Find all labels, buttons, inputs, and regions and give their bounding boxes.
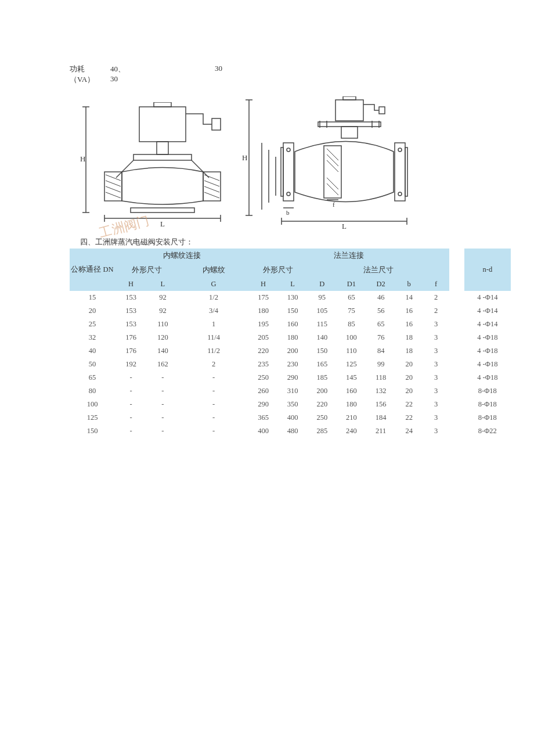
svg-rect-31: [318, 122, 381, 127]
cell-tl: 140: [147, 344, 179, 358]
table-row: 65---2502901851451182034 -Φ18: [70, 371, 511, 384]
cell-tl: -: [147, 384, 179, 398]
cell-nd: 4 -Φ18: [464, 358, 511, 371]
cell-b: 16: [395, 318, 422, 331]
svg-line-8: [192, 160, 209, 178]
cell-nd: 8-Φ18: [464, 398, 511, 411]
cell-d: 285: [308, 424, 337, 438]
cell-d1: 100: [337, 331, 366, 344]
cell-b: 20: [395, 371, 422, 384]
threaded-valve-drawing: H L: [75, 102, 238, 230]
cell-dn: 80: [70, 384, 115, 398]
svg-rect-3: [139, 107, 186, 142]
sub-flange-dim: 法兰尺寸: [308, 263, 450, 278]
cell-f: 3: [423, 331, 449, 344]
cell-g: -: [179, 398, 248, 411]
svg-line-18: [204, 192, 219, 198]
cell-f: 3: [423, 398, 449, 411]
table-row: 100---2903502201801562238-Φ18: [70, 398, 511, 411]
cell-d: 140: [308, 331, 337, 344]
cell-nd: 4 -Φ18: [464, 331, 511, 344]
cell-nd: 4 -Φ14: [464, 318, 511, 331]
sub-outer-1: 外形尺寸: [115, 263, 179, 278]
col-l: L: [147, 278, 179, 291]
cell-d1: 125: [337, 358, 366, 371]
power-consumption-block: 功耗 40、 30 （VA） 30: [70, 64, 499, 85]
cell-d: 115: [308, 318, 337, 331]
svg-line-48: [327, 178, 338, 189]
cell-b: 24: [395, 424, 422, 438]
cell-b: 18: [395, 344, 422, 358]
svg-rect-30: [343, 96, 356, 100]
svg-rect-5: [157, 142, 168, 154]
col-d: D: [308, 278, 337, 291]
cell-d1: 85: [337, 318, 366, 331]
cell-f: 3: [423, 384, 449, 398]
cell-th: -: [115, 398, 147, 411]
document-page: 功耗 40、 30 （VA） 30 工洲阀门: [0, 0, 534, 473]
cell-g: 11/4: [179, 331, 248, 344]
power-value-1b: 30: [215, 64, 222, 74]
cell-th: 153: [115, 304, 147, 318]
dim-label-h: H: [80, 154, 85, 163]
cell-th: 176: [115, 344, 147, 358]
col-d2: D2: [366, 278, 396, 291]
cell-d2: 184: [366, 411, 396, 424]
cell-g: -: [179, 411, 248, 424]
svg-line-46: [327, 154, 338, 166]
col-d1: D1: [337, 278, 366, 291]
svg-rect-42: [405, 147, 407, 196]
cell-fl: 200: [278, 344, 308, 358]
cell-b: 22: [395, 411, 422, 424]
cell-dn: 20: [70, 304, 115, 318]
cell-dn: 25: [70, 318, 115, 331]
cell-tl: 92: [147, 291, 179, 304]
cell-tl: -: [147, 371, 179, 384]
cell-d2: 132: [366, 384, 396, 398]
cell-fh: 220: [248, 344, 278, 358]
svg-point-43: [398, 148, 402, 152]
col-h2: H: [248, 278, 278, 291]
svg-point-39: [287, 148, 290, 152]
cell-fl: 310: [278, 384, 308, 398]
cell-dn: 65: [70, 371, 115, 384]
cell-fh: 175: [248, 291, 278, 304]
svg-rect-6: [134, 154, 192, 160]
cell-f: 2: [423, 304, 449, 318]
cell-th: -: [115, 371, 147, 384]
cell-d2: 76: [366, 331, 396, 344]
cell-d: 185: [308, 371, 337, 384]
cell-d2: 65: [366, 318, 396, 331]
power-label-1: 功耗: [70, 64, 104, 74]
svg-rect-50: [324, 146, 341, 198]
cell-th: 192: [115, 358, 147, 371]
cell-d: 220: [308, 398, 337, 411]
cell-f: 3: [423, 411, 449, 424]
cell-d: 250: [308, 411, 337, 424]
dimension-table: 公称通径 DN 内螺纹连接 法兰连接 n-d 外形尺寸 内螺纹 外形尺寸 法兰尺…: [70, 249, 511, 438]
cell-th: -: [115, 411, 147, 424]
cell-fl: 350: [278, 398, 308, 411]
svg-line-13: [106, 186, 121, 192]
cell-tl: 110: [147, 318, 179, 331]
col-b: b: [395, 278, 422, 291]
svg-line-15: [204, 175, 219, 181]
power-value-2a: 30: [110, 74, 209, 85]
table-row: 3217612011/4205180140100761834 -Φ18: [70, 331, 511, 344]
col-g: G: [179, 278, 248, 291]
dim-label-h2: H: [242, 153, 247, 162]
cell-nd: 4 -Φ18: [464, 344, 511, 358]
cell-nd: 8-Φ18: [464, 411, 511, 424]
dim-label-f: f: [333, 201, 335, 208]
cell-d1: 75: [337, 304, 366, 318]
col-nd: n-d: [464, 249, 511, 291]
svg-point-44: [398, 192, 402, 196]
cell-dn: 125: [70, 411, 115, 424]
cell-g: -: [179, 384, 248, 398]
cell-d2: 56: [366, 304, 396, 318]
cell-g: 3/4: [179, 304, 248, 318]
cell-b: 22: [395, 398, 422, 411]
cell-f: 3: [423, 371, 449, 384]
table-row: 20153923/418015010575561624 -Φ14: [70, 304, 511, 318]
cell-fl: 290: [278, 371, 308, 384]
